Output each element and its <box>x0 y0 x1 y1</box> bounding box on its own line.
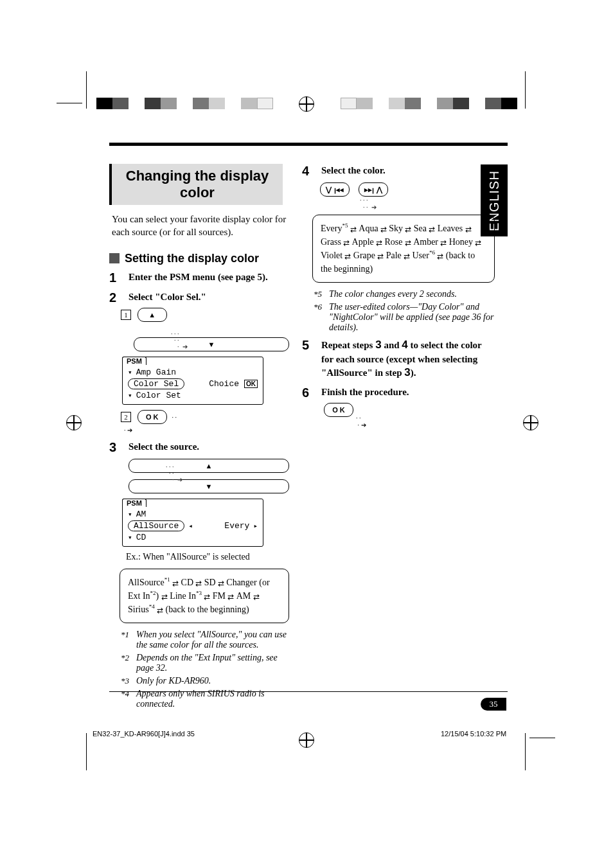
step-5: 5 Repeat steps 3 and 4 to select the col… <box>302 338 495 380</box>
cycle-icon: ⇄ <box>172 578 181 587</box>
step-4: 4 Select the color. <box>302 164 495 179</box>
footnotes-left: *1When you select "AllSource," you can u… <box>121 630 289 709</box>
step-number: 4 <box>302 164 315 179</box>
lcd-display: PSM AM AllSource ◂ Every ▸ CD <box>122 499 263 547</box>
lcd-selected-row: Color Sel <box>128 378 184 389</box>
footnote-text: The color changes every 2 seconds. <box>329 289 457 299</box>
footnote-tag: *2 <box>121 653 132 673</box>
step-number: 2 <box>109 290 122 305</box>
prev-button[interactable]: ⋁ ꞁ◂◂ <box>320 182 350 197</box>
footnote-ref: *4 <box>149 603 155 610</box>
step-text: Select "Color Sel." <box>129 292 206 302</box>
lcd-row: Color Set <box>136 391 181 400</box>
footnote-ref: *3 <box>196 590 202 596</box>
intro-text: You can select your favorite display col… <box>112 213 289 239</box>
footnote-ref: *2 <box>150 590 156 596</box>
footnote-text: When you select "AllSource," you can use… <box>136 630 289 650</box>
step-text-part: Repeat steps <box>321 340 375 350</box>
step-ref: 3 <box>375 339 381 351</box>
step-6: 6 Finish the procedure. <box>302 385 495 400</box>
step-ref: 3 <box>404 366 410 378</box>
down-arrow-icon <box>128 533 132 542</box>
left-column: Changing the display color You can selec… <box>109 145 289 714</box>
lcd-row: Amp Gain <box>136 368 176 377</box>
registration-mark <box>523 415 538 430</box>
step-text: Select the source. <box>129 441 199 452</box>
subheading: Setting the display color <box>109 252 289 265</box>
registration-mark <box>299 732 314 748</box>
footnote-text: Only for KD-AR960. <box>136 676 211 686</box>
step-ref: 4 <box>402 339 407 351</box>
step-number: 1 <box>109 270 122 285</box>
step-2: 2 Select "Color Sel." <box>109 290 289 305</box>
ok-button[interactable]: O K <box>324 403 353 417</box>
step-text: Enter the PSM menu (see page 5). <box>129 272 268 282</box>
registration-mark <box>66 415 82 430</box>
lcd-choice-label: Choice <box>209 379 239 389</box>
lcd-display: PSM Amp Gain Color Sel Choice OK Color S… <box>122 357 263 405</box>
lcd-selected-row: AllSource <box>128 520 184 531</box>
footnote-tag: *5 <box>314 289 325 299</box>
page-content: Changing the display color You can selec… <box>109 145 508 714</box>
footnote-ref: *1 <box>164 576 170 583</box>
subheading-text: Setting the display color <box>125 252 259 265</box>
lcd-row: CD <box>136 533 147 542</box>
color-bar <box>341 98 517 109</box>
color-bar <box>96 98 273 109</box>
crop-mark <box>529 738 555 738</box>
crop-mark <box>57 103 82 103</box>
crop-mark <box>86 733 87 770</box>
square-bullet-icon <box>109 253 120 263</box>
motion-dots-icon: · · · ➔ <box>356 414 366 429</box>
down-button[interactable]: ▼ <box>134 337 289 351</box>
ok-button[interactable]: O K <box>138 410 167 424</box>
crop-mark <box>525 71 526 109</box>
lcd-row: AM <box>136 509 147 519</box>
crop-mark <box>86 71 87 109</box>
step-text: Select the color. <box>321 165 386 175</box>
next-button[interactable]: ▸▸ꞁ ⋀ <box>359 182 388 197</box>
lcd-value: Every <box>224 521 249 531</box>
up-button[interactable]: ▲ <box>138 308 167 322</box>
example-caption: Ex.: When "AllSource" is selected <box>126 552 289 562</box>
footnote-tag: *1 <box>121 630 132 650</box>
footnotes-right: *5The color changes every 2 seconds. *6T… <box>314 289 495 333</box>
right-column: 4 Select the color. ⋁ ꞁ◂◂ ▸▸ꞁ ⋀ · · · · … <box>302 145 495 714</box>
footer-filename: EN32-37_KD-AR960[J]4.indd 35 <box>93 730 195 738</box>
step-number: 5 <box>302 338 315 353</box>
footnote-tag: *6 <box>314 302 325 333</box>
page-number: 35 <box>481 698 506 711</box>
motion-dots-icon: · · · · · · ➔ <box>171 331 188 350</box>
ok-badge-icon: OK <box>244 380 258 388</box>
psm-tab: PSM <box>122 499 147 507</box>
page-title: Changing the display color <box>109 164 283 205</box>
psm-tab: PSM <box>122 357 147 365</box>
down-button[interactable]: ▼ <box>129 479 289 493</box>
step-number: 6 <box>302 385 315 400</box>
step-text: Finish the procedure. <box>321 387 409 397</box>
footnote-ref: *5 <box>342 222 348 229</box>
right-arrow-icon: ▸ <box>253 522 258 530</box>
step-3: 3 Select the source. <box>109 440 289 455</box>
color-cycle-box: Every*5 ⇄ Aqua ⇄ Sky ⇄ Sea ⇄ Leaves ⇄ Gr… <box>312 215 495 283</box>
motion-dots-icon: · · · · · ➔ <box>360 197 377 211</box>
step-1: 1 Enter the PSM menu (see page 5). <box>109 270 289 285</box>
footnote-text: Depends on the "Ext Input" setting, see … <box>136 653 289 673</box>
crop-mark <box>525 733 526 770</box>
source-cycle-box: AllSource*1 ⇄ CD ⇄ SD ⇄ Changer (or Ext … <box>120 569 289 623</box>
sub-step-number: 2 <box>121 412 131 422</box>
footnote-tag: *3 <box>121 676 132 686</box>
step-number: 3 <box>109 440 122 455</box>
down-arrow-icon <box>128 391 132 400</box>
motion-dots-icon: · · · · · · ➔ <box>166 464 182 483</box>
footnote-ref: *6 <box>429 249 435 256</box>
step-text-part: and <box>382 340 402 350</box>
up-button[interactable]: ▲ <box>129 459 289 473</box>
left-arrow-icon: ◂ <box>188 522 193 530</box>
sub-step-number: 1 <box>121 310 131 320</box>
footnote-text: The user-edited colors—"Day Color" and "… <box>329 302 495 333</box>
source-item: AllSource <box>128 578 164 587</box>
page-footer-rule <box>109 691 508 692</box>
step-text-part: ). <box>411 368 416 378</box>
down-arrow-icon <box>128 368 132 377</box>
